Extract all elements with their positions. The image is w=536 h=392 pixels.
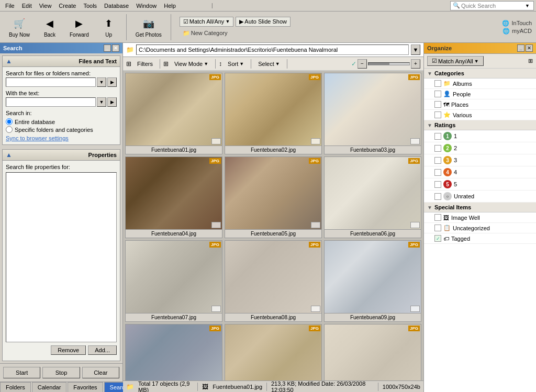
search-close-button[interactable]: ✕ [112, 44, 119, 52]
rating-2[interactable]: 2 2 [424, 142, 536, 154]
albums-checkbox[interactable] [434, 80, 441, 87]
entire-db-radio-input[interactable] [6, 118, 13, 125]
list-item[interactable]: JPG Fuentebuena06.jpg [324, 156, 421, 238]
uncategorized-checkbox[interactable] [434, 225, 441, 231]
auto-slide-button[interactable]: ▶ Auto Slide Show [236, 17, 291, 27]
path-dropdown-button[interactable]: ▼ [411, 44, 420, 55]
rating-3-checkbox[interactable] [434, 157, 441, 164]
unrated-checkbox[interactable] [434, 193, 441, 200]
tagged-checkbox[interactable]: ✓ [434, 235, 441, 242]
rating-1-checkbox[interactable] [434, 133, 441, 140]
list-item[interactable]: JPG Fuentebuena02.jpg [225, 73, 322, 154]
list-item[interactable]: JPG Fuentebuena09.jpg [324, 240, 421, 322]
special-tagged[interactable]: ✓ 🏷 Tagged [424, 233, 536, 244]
categories-header[interactable]: ▼ Categories [424, 69, 536, 79]
search-for-go-button[interactable]: ▶ [107, 77, 117, 87]
specific-folders-radio[interactable]: Specific folders and categories [6, 126, 117, 133]
properties-textarea[interactable] [6, 172, 117, 342]
path-input[interactable] [136, 44, 409, 55]
special-items-header[interactable]: ▼ Special Items [424, 203, 536, 212]
rating-3[interactable]: 3 3 [424, 154, 536, 166]
category-places[interactable]: 🗺 Places [424, 99, 536, 110]
up-button[interactable]: ⬆ Up [96, 14, 122, 40]
rating-4-checkbox[interactable] [434, 169, 441, 176]
quick-search-dropdown[interactable]: ▼ [525, 3, 530, 8]
specific-folders-radio-input[interactable] [6, 126, 13, 133]
select-button[interactable]: Select ▼ [254, 59, 284, 69]
stop-button[interactable]: Stop [42, 367, 80, 378]
special-uncategorized[interactable]: 📋 Uncategorized [424, 223, 536, 233]
with-text-go-button[interactable]: ▶ [107, 97, 117, 107]
list-item[interactable]: JPG Fuentebuena04.jpg [125, 156, 222, 238]
menu-edit[interactable]: Edit [19, 2, 35, 10]
organize-tree: ▼ Categories 📁 Albums 👤 People 🗺 Places [424, 69, 536, 392]
menu-database[interactable]: Database [101, 2, 132, 10]
ratings-header[interactable]: ▼ Ratings [424, 120, 536, 130]
filters-button[interactable]: Filters [133, 59, 157, 69]
zoom-out-button[interactable]: − [358, 59, 367, 69]
tab-favorites[interactable]: Favorites [68, 382, 103, 392]
list-item[interactable]: JPG Fuentebuena01.jpg [125, 73, 222, 154]
rating-1[interactable]: 1 1 [424, 130, 536, 142]
list-item[interactable]: JPG Fuentebuena11.jpg [225, 324, 322, 380]
image-well-label: Image Well [451, 215, 480, 221]
sync-browser-link[interactable]: Sync to browser settings [6, 135, 69, 141]
list-item[interactable]: JPG Fuentebuena12.jpg [324, 324, 421, 380]
list-item[interactable]: JPG Fuentebuena05.jpg [225, 156, 322, 238]
category-various[interactable]: ⭐ Various [424, 110, 536, 120]
list-item[interactable]: JPG Fuentebuena08.jpg [225, 240, 322, 322]
rating-2-checkbox[interactable] [434, 145, 441, 152]
special-image-well[interactable]: 🖼 Image Well [424, 212, 536, 223]
back-button[interactable]: ◀ Back [37, 14, 63, 40]
remove-button[interactable]: Remove [51, 345, 86, 355]
people-checkbox[interactable] [434, 91, 441, 97]
menu-help[interactable]: Help [161, 2, 179, 10]
match-any-button[interactable]: ☑ Match All/Any ▼ [180, 17, 234, 27]
start-button[interactable]: Start [3, 367, 40, 378]
various-checkbox[interactable] [434, 111, 441, 118]
clear-button[interactable]: Clear [82, 367, 119, 378]
with-text-arrow-button[interactable]: ▼ [97, 97, 106, 107]
collapse-files-icon[interactable]: ▲ [6, 58, 12, 65]
org-close-button[interactable]: ✕ [526, 44, 533, 52]
tab-calendar[interactable]: Calendar [32, 382, 67, 392]
org-match-button[interactable]: ☑ Match Any/All ▼ [427, 56, 484, 66]
menu-tools[interactable]: Tools [80, 2, 100, 10]
menu-file[interactable]: File [2, 2, 18, 10]
buy-now-button[interactable]: 🛒 Buy Now [4, 14, 35, 40]
rating-5-checkbox[interactable] [434, 181, 441, 188]
org-expand-button[interactable]: ⊞ [528, 58, 533, 64]
with-text-input[interactable] [6, 97, 96, 107]
list-item[interactable]: JPG Fuentebuena07.jpg [125, 240, 222, 322]
list-item[interactable]: JPG Fuentebuena03.jpg [324, 73, 421, 154]
tab-folders[interactable]: Folders [0, 382, 31, 392]
collapse-props-icon[interactable]: ▲ [6, 151, 12, 159]
category-people[interactable]: 👤 People [424, 89, 536, 99]
menu-view[interactable]: View [36, 2, 55, 10]
intouch-link[interactable]: 🌐 InTouch [502, 20, 532, 27]
add-button[interactable]: Add... [88, 345, 117, 355]
rating-4[interactable]: 4 4 [424, 166, 536, 178]
forward-button[interactable]: ▶ Forward [65, 14, 94, 40]
get-photos-button[interactable]: 📷 Get Photos [131, 14, 166, 40]
places-checkbox[interactable] [434, 101, 441, 108]
org-minimize-button[interactable]: _ [517, 44, 524, 52]
view-mode-button[interactable]: View Mode ▼ [171, 59, 212, 69]
quick-search-input[interactable] [461, 3, 524, 9]
zoom-slider[interactable] [368, 62, 410, 65]
zoom-in-button[interactable]: + [411, 59, 420, 69]
search-for-arrow-button[interactable]: ▼ [97, 77, 106, 87]
new-category-button[interactable]: 📁 New Category [180, 29, 231, 38]
entire-db-radio[interactable]: Entire database [6, 118, 117, 125]
list-item[interactable]: JPG Fuentebuena10.jpg [125, 324, 222, 380]
sort-button[interactable]: Sort ▼ [224, 59, 248, 69]
rating-5[interactable]: 5 5 [424, 178, 536, 191]
myacd-link[interactable]: 🌐 myACD [502, 28, 532, 35]
menu-create[interactable]: Create [55, 2, 79, 10]
menu-window[interactable]: Window [133, 2, 160, 10]
rating-unrated[interactable]: ○ Unrated [424, 191, 536, 203]
search-for-input[interactable] [6, 77, 96, 87]
search-minimize-button[interactable]: _ [104, 44, 111, 52]
category-albums[interactable]: 📁 Albums [424, 79, 536, 89]
image-well-checkbox[interactable] [434, 214, 441, 221]
